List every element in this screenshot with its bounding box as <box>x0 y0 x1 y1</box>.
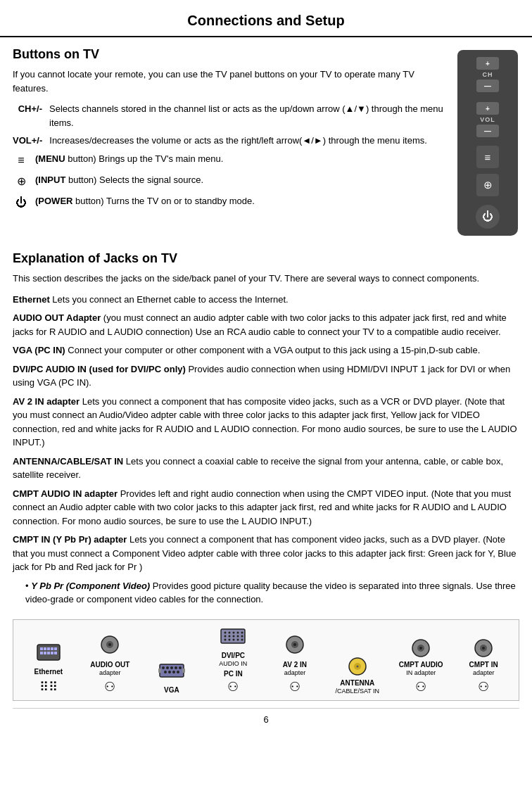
buttons-section-title: Buttons on TV <box>13 47 449 62</box>
vga-icon <box>158 661 185 685</box>
svg-point-32 <box>224 635 227 637</box>
vol-desc: Increases/decreases the volume or acts a… <box>49 134 449 148</box>
av2-connector: ⚇ <box>289 679 300 695</box>
jack-audio-out-name: AUDIO OUT Adapter <box>13 312 101 323</box>
svg-point-13 <box>108 643 111 646</box>
power-desc: (POWER button) Turns the TV on or to sta… <box>35 194 449 211</box>
svg-point-20 <box>164 671 167 673</box>
svg-point-37 <box>224 638 227 640</box>
jacks-intro: This section describes the jacks on the … <box>13 272 519 286</box>
jack-av2: AV 2 IN adapter Lets you connect a compo… <box>13 395 519 450</box>
av2-label: AV 2 IN <box>283 661 307 669</box>
diagram-vga: VGA <box>151 661 193 695</box>
cmpt-in-sublabel: adapter <box>473 669 495 677</box>
svg-point-17 <box>170 666 173 669</box>
diagram-cmpt-in: CMPT IN adapter ⚇ <box>462 638 505 695</box>
vol-plus-btn: + <box>476 102 499 115</box>
svg-rect-3 <box>47 647 50 650</box>
svg-point-41 <box>241 638 243 640</box>
ch-plus-btn: + <box>476 57 499 70</box>
dvi-sublabel: AUDIO IN <box>219 660 247 668</box>
svg-rect-1 <box>40 647 43 650</box>
dvi-connector: ⚇ <box>227 679 239 695</box>
explanation-title: Explanation of Jacks on TV <box>13 251 519 266</box>
svg-rect-24 <box>158 669 161 673</box>
svg-point-16 <box>166 666 169 669</box>
svg-point-38 <box>229 638 231 640</box>
svg-point-36 <box>241 635 243 637</box>
jack-cmpt-in-name: CMPT IN (Y Pb Pr) adapter <box>13 534 127 545</box>
diagram-av2: AV 2 IN adapter ⚇ <box>274 635 316 695</box>
vol-panel-label: VOL <box>480 116 495 123</box>
cmpt-in-connector: ⚇ <box>478 679 489 695</box>
cmpt-in-label: CMPT IN <box>469 661 498 669</box>
svg-point-15 <box>162 666 165 669</box>
page-title: Connections and Setup <box>0 0 532 37</box>
diagram-dvi: DVI/PC AUDIO IN PC IN ⚇ <box>212 627 254 695</box>
svg-point-44 <box>293 643 296 646</box>
input-icon-display: ⊕ <box>13 173 35 190</box>
svg-point-27 <box>224 631 227 633</box>
jack-vga: VGA (PC IN) Connect your computer or oth… <box>13 343 519 357</box>
dvi-label: DVI/PC <box>222 652 245 660</box>
svg-point-39 <box>233 638 235 640</box>
jack-vga-name: VGA (PC IN) <box>13 345 65 355</box>
menu-button-row: ≡ (MENU button) Brings up the TV's main … <box>13 152 449 169</box>
jack-audio-out: AUDIO OUT Adapter (you must connect an a… <box>13 311 519 338</box>
diagram-row: Ethernet ⠿⠿ AUDIO OUT adapter ⚇ <box>19 627 513 695</box>
svg-point-18 <box>175 666 177 669</box>
svg-rect-10 <box>54 652 57 654</box>
input-panel-btn: ⊕ <box>476 174 499 196</box>
diagram-cmpt-audio: CMPT AUDIO IN adapter ⚇ <box>399 638 443 695</box>
cmpt-audio-icon <box>411 638 431 659</box>
ch-panel-label: CH <box>483 71 493 78</box>
diagram-ethernet: Ethernet ⠿⠿ <box>27 642 70 695</box>
ch-group: + CH — <box>462 57 514 92</box>
av2-sublabel: adapter <box>284 669 306 677</box>
ch-desc: Selects channels stored in the channel l… <box>49 102 449 129</box>
svg-rect-14 <box>160 664 184 677</box>
svg-point-34 <box>233 635 235 637</box>
jack-av2-text: Lets you connect a component that has co… <box>13 396 517 448</box>
diagram-antenna: ANTENNA /CABLE/SAT IN <box>335 657 379 695</box>
jack-cmpt-audio-name: CMPT AUDIO IN adapter <box>13 488 118 499</box>
jack-av2-name: AV 2 IN adapter <box>13 396 80 407</box>
svg-point-23 <box>177 671 179 673</box>
power-icon-display: ⏻ <box>13 194 35 211</box>
bottom-divider <box>13 708 519 709</box>
tv-panel: + CH — + VOL — ≡ ⊕ ⏻ <box>457 50 518 236</box>
ch-minus-btn: — <box>476 80 499 92</box>
cmpt-audio-connector: ⚇ <box>415 679 426 695</box>
antenna-sublabel: /CABLE/SAT IN <box>335 688 379 695</box>
svg-point-31 <box>241 631 243 633</box>
power-panel-btn: ⏻ <box>476 205 500 229</box>
svg-rect-7 <box>44 652 46 654</box>
tv-panel-illustration: + CH — + VOL — ≡ ⊕ ⏻ <box>457 47 519 236</box>
svg-rect-9 <box>51 652 53 654</box>
page-number: 6 <box>0 714 532 725</box>
ethernet-label: Ethernet <box>34 668 63 676</box>
svg-point-21 <box>168 671 171 673</box>
jack-dvi: DVI/PC AUDIO IN (used for DVI/PC only) P… <box>13 362 519 390</box>
jack-antenna: ANTENNA/CABLE/SAT IN Lets you connect a … <box>13 455 519 482</box>
diagram-audio-out: AUDIO OUT adapter ⚇ <box>89 635 131 695</box>
jack-ethernet-text: Lets you connect an Ethernet cable to ac… <box>52 294 288 305</box>
svg-point-19 <box>179 666 182 669</box>
svg-rect-5 <box>54 647 57 650</box>
left-column: Buttons on TV If you cannot locate your … <box>13 47 449 236</box>
ch-button-row: CH+/- Selects channels stored in the cha… <box>13 102 449 129</box>
explanation-section: Explanation of Jacks on TV This section … <box>0 251 532 607</box>
input-desc: (INPUT button) Selects the signal source… <box>35 173 449 190</box>
menu-desc: (MENU button) Brings up the TV's main me… <box>35 152 449 169</box>
svg-point-29 <box>233 631 235 633</box>
audio-out-label: AUDIO OUT <box>90 661 129 669</box>
svg-rect-2 <box>44 647 46 650</box>
jack-ethernet-name: Ethernet <box>13 294 50 305</box>
audio-out-connector: ⚇ <box>104 679 115 695</box>
jack-antenna-name: ANTENNA/CABLE/SAT IN <box>13 456 123 467</box>
svg-rect-4 <box>51 647 53 650</box>
svg-rect-6 <box>40 652 43 654</box>
svg-point-53 <box>482 647 485 650</box>
svg-point-28 <box>229 631 231 633</box>
menu-panel-btn: ≡ <box>476 146 499 168</box>
